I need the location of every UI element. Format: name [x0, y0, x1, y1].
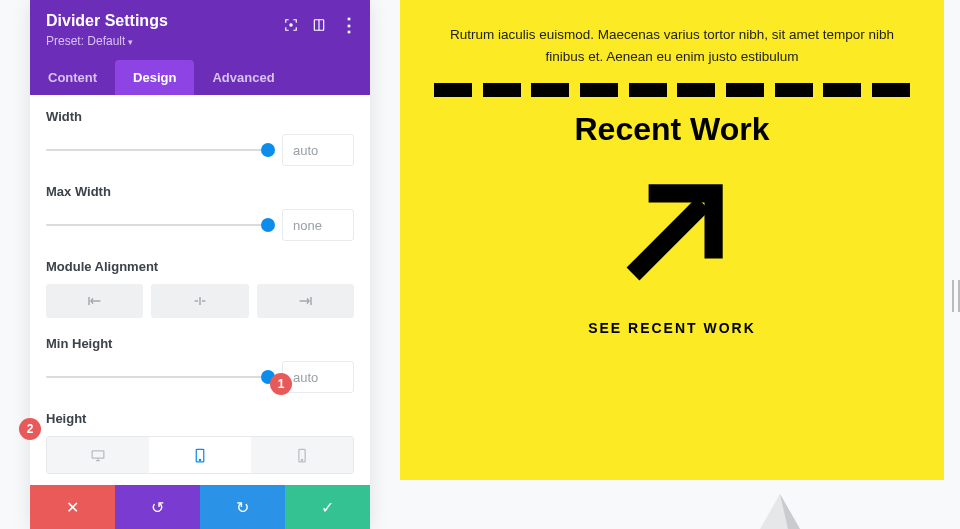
divider-module[interactable]	[434, 83, 910, 97]
minheight-label: Min Height	[46, 336, 354, 351]
svg-line-17	[633, 204, 703, 274]
settings-panel: Divider Settings Preset: Default ⋮ Conte…	[30, 0, 370, 529]
see-recent-link[interactable]: SEE RECENT WORK	[434, 320, 910, 336]
maxwidth-label: Max Width	[46, 184, 354, 199]
annotation-badge-1: 1	[270, 373, 292, 395]
modalign-label: Module Alignment	[46, 259, 354, 274]
device-desktop-button[interactable]	[47, 437, 149, 473]
portability-icon[interactable]	[312, 18, 326, 32]
more-icon[interactable]: ⋮	[340, 14, 358, 36]
tab-design[interactable]: Design	[115, 60, 194, 95]
panel-footer: ✕ ↺ ↻ ✓	[30, 485, 370, 529]
preset-dropdown[interactable]: Preset: Default	[46, 34, 354, 48]
width-input[interactable]: auto	[282, 134, 354, 166]
maxwidth-slider[interactable]	[46, 215, 268, 235]
redo-button[interactable]: ↻	[200, 485, 285, 529]
width-slider[interactable]	[46, 140, 268, 160]
save-button[interactable]: ✓	[285, 485, 370, 529]
minheight-slider[interactable]	[46, 367, 268, 387]
tab-advanced[interactable]: Advanced	[194, 60, 292, 95]
cancel-button[interactable]: ✕	[30, 485, 115, 529]
arrow-icon	[434, 170, 910, 300]
panel-header: Divider Settings Preset: Default ⋮	[30, 0, 370, 60]
height-label: Height	[46, 411, 354, 426]
resize-handle[interactable]	[952, 280, 960, 312]
preview-intro-text: Rutrum iaculis euismod. Maecenas varius …	[434, 24, 910, 67]
svg-rect-10	[92, 450, 104, 457]
svg-point-0	[290, 24, 292, 26]
preview-heading: Recent Work	[434, 111, 910, 148]
panel-body[interactable]: Width auto Max Width none Module Alignme…	[30, 95, 370, 485]
device-phone-button[interactable]	[251, 437, 353, 473]
minheight-input[interactable]: auto	[282, 361, 354, 393]
width-label: Width	[46, 109, 354, 124]
align-center-button[interactable]	[151, 284, 248, 318]
tab-content[interactable]: Content	[30, 60, 115, 95]
undo-button[interactable]: ↺	[115, 485, 200, 529]
align-left-button[interactable]	[46, 284, 143, 318]
svg-point-14	[199, 459, 200, 460]
tab-bar: Content Design Advanced	[30, 60, 370, 95]
annotation-badge-2: 2	[19, 418, 41, 440]
focus-icon[interactable]	[284, 18, 298, 32]
align-right-button[interactable]	[257, 284, 354, 318]
svg-point-16	[301, 459, 302, 460]
preview-canvas: Rutrum iaculis euismod. Maecenas varius …	[400, 0, 944, 480]
device-tablet-button[interactable]	[149, 437, 251, 473]
maxwidth-input[interactable]: none	[282, 209, 354, 241]
building-image	[750, 489, 810, 529]
